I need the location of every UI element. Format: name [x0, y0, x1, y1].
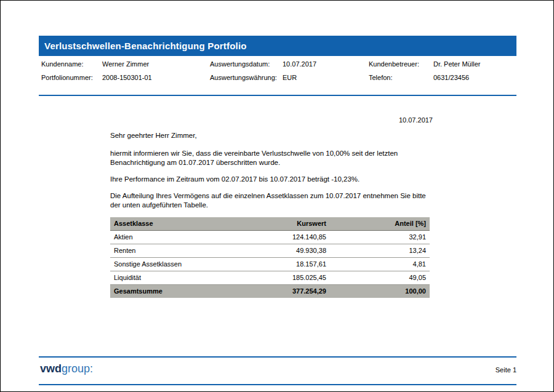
- meta-value-portfolionummer: 2008-150301-01: [102, 74, 152, 81]
- logo-text-group: group:: [62, 362, 93, 375]
- meta-section: Kundenname: Werner Zimmer Auswertungsdat…: [39, 59, 516, 89]
- meta-label-kundenname: Kundenname:: [41, 60, 84, 68]
- letter-date: 10.07.2017: [110, 116, 433, 124]
- meta-value-kundenname: Werner Zimmer: [102, 60, 149, 68]
- cell-kurswert: 18.157,61: [236, 258, 330, 271]
- asset-table-header: Assetklasse Kurswert Anteil [%]: [110, 217, 430, 231]
- meta-label-auswertungsdatum: Auswertungsdatum:: [210, 60, 270, 68]
- divider-line-top: [39, 95, 516, 96]
- divider-line-bottom: [39, 384, 516, 385]
- table-total-row: Gesamtsumme 377.254,29 100,00: [110, 285, 430, 298]
- paragraph-threshold: hiermit informieren wir Sie, dass die ve…: [110, 149, 433, 167]
- cell-kurswert: 124.140,85: [236, 231, 330, 244]
- page-number: Seite 1: [393, 366, 516, 374]
- vwd-group-logo: vwdgroup:: [40, 362, 93, 375]
- meta-value-kundenbetreuer: Dr. Peter Müller: [433, 60, 480, 68]
- total-kurswert: 377.254,29: [236, 285, 330, 298]
- table-row: Aktien 124.140,85 32,91: [110, 231, 430, 244]
- table-header-row: Assetklasse Kurswert Anteil [%]: [110, 217, 430, 231]
- total-anteil: 100,00: [330, 285, 430, 298]
- meta-value-auswertungsdatum: 10.07.2017: [283, 60, 316, 68]
- cell-kurswert: 49.930,38: [236, 244, 330, 258]
- salutation: Sehr geehrter Herr Zimmer,: [110, 131, 433, 140]
- table-row: Sonstige Assetklassen 18.157,61 4,81: [110, 258, 430, 271]
- cell-assetklasse: Aktien: [110, 231, 236, 244]
- asset-table: Assetklasse Kurswert Anteil [%] Aktien 1…: [110, 217, 430, 298]
- cell-anteil: 49,05: [330, 271, 430, 285]
- column-header-kurswert: Kurswert: [236, 217, 330, 231]
- document-title-bar: Verlustschwellen-Benachrichtigung Portfo…: [39, 36, 516, 56]
- logo-text-vwd: vwd: [40, 362, 62, 375]
- column-header-assetklasse: Assetklasse: [110, 217, 236, 231]
- table-row: Liquidität 185.025,45 49,05: [110, 271, 430, 285]
- asset-table-footer: Gesamtsumme 377.254,29 100,00: [110, 285, 430, 298]
- meta-label-telefon: Telefon:: [369, 74, 393, 81]
- meta-value-auswertungswaehrung: EUR: [283, 74, 297, 81]
- cell-assetklasse: Renten: [110, 244, 236, 258]
- cell-anteil: 13,24: [330, 244, 430, 258]
- document-page: Verlustschwellen-Benachrichtigung Portfo…: [0, 0, 554, 392]
- cell-assetklasse: Liquidität: [110, 271, 236, 285]
- paragraph-performance: Ihre Performance im Zeitraum vom 02.07.2…: [110, 175, 433, 184]
- total-label: Gesamtsumme: [110, 285, 236, 298]
- cell-anteil: 32,91: [330, 231, 430, 244]
- letter-body: Sehr geehrter Herr Zimmer, hiermit infor…: [110, 131, 433, 298]
- asset-table-body: Aktien 124.140,85 32,91 Renten 49.930,38…: [110, 231, 430, 285]
- meta-label-auswertungswaehrung: Auswertungswährung:: [210, 74, 277, 81]
- cell-kurswert: 185.025,45: [236, 271, 330, 285]
- meta-label-portfolionummer: Portfolionummer:: [41, 74, 93, 81]
- column-header-anteil: Anteil [%]: [330, 217, 430, 231]
- cell-assetklasse: Sonstige Assetklassen: [110, 258, 236, 271]
- cell-anteil: 4,81: [330, 258, 430, 271]
- document-title: Verlustschwellen-Benachrichtigung Portfo…: [44, 41, 247, 51]
- table-row: Renten 49.930,38 13,24: [110, 244, 430, 258]
- divider-line-footer-top: [39, 356, 516, 358]
- paragraph-allocation: Die Aufteilung Ihres Vermögens auf die e…: [110, 191, 433, 210]
- meta-value-telefon: 0631/23456: [433, 74, 469, 81]
- meta-label-kundenbetreuer: Kundenbetreuer:: [369, 60, 419, 68]
